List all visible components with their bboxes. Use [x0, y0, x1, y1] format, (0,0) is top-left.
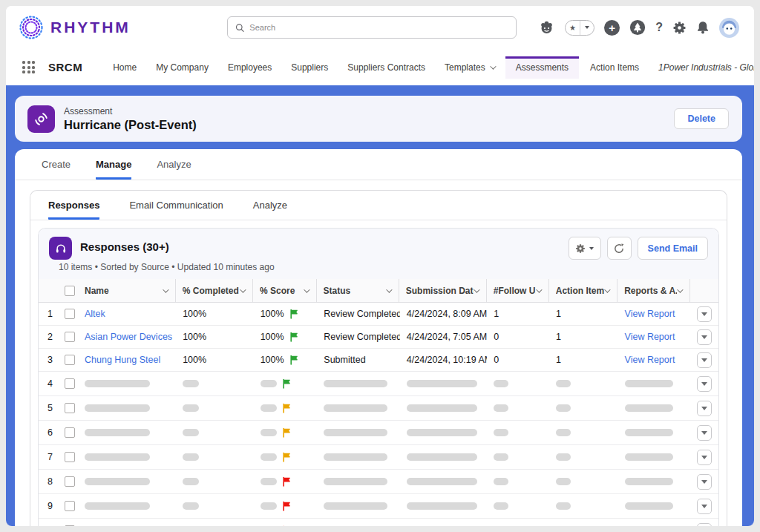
row-checkbox[interactable] — [65, 501, 75, 511]
einstein-icon[interactable] — [538, 19, 555, 36]
table-row: 2 Asian Power Devices 100% 100% Review C… — [39, 326, 718, 349]
setup-gear-icon[interactable] — [672, 21, 687, 35]
supplier-link[interactable]: Asian Power Devices — [85, 332, 172, 342]
row-actions-button[interactable] — [697, 474, 712, 490]
cell-completed — [176, 380, 254, 387]
caret-down-icon — [701, 407, 707, 410]
row-actions-button[interactable] — [697, 306, 712, 322]
cell-submission-date — [400, 453, 487, 461]
supplier-link[interactable]: Chung Hung Steel — [85, 355, 160, 365]
row-actions-button[interactable] — [697, 376, 712, 392]
nav-item-suppliers-contracts[interactable]: Suppliers Contracts — [347, 56, 425, 79]
row-actions-button[interactable] — [697, 401, 712, 416]
user-avatar[interactable] — [719, 18, 739, 38]
column-header-submission-date[interactable]: Submission Date — [399, 279, 487, 302]
row-checkbox[interactable] — [65, 525, 75, 526]
row-actions-button[interactable] — [697, 450, 712, 465]
caret-down-icon — [701, 431, 707, 435]
row-actions-button[interactable] — [697, 329, 712, 345]
table-header-row: Name % Completed % Score Status Submissi… — [39, 279, 718, 303]
help-icon[interactable]: ? — [655, 21, 663, 34]
favorite-star-icon[interactable]: ★ — [566, 21, 580, 35]
cell-report — [618, 453, 691, 461]
select-all-checkbox[interactable] — [65, 286, 75, 296]
search-input[interactable] — [249, 23, 508, 32]
row-checkbox[interactable] — [65, 427, 75, 438]
responses-headset-icon — [49, 237, 72, 260]
global-header: RHYTHM ★ — [6, 6, 754, 49]
cell-action-item — [549, 502, 618, 510]
cell-completed — [176, 404, 254, 412]
column-header-reports[interactable]: Reports & A... — [618, 279, 690, 302]
favorites-control[interactable]: ★ — [565, 20, 594, 36]
score-flag-icon — [281, 427, 292, 438]
tab-create[interactable]: Create — [42, 159, 71, 180]
cell-score — [254, 501, 318, 511]
cell-row-actions — [690, 474, 718, 490]
cell-action-item — [549, 380, 618, 387]
nav-item-home[interactable]: Home — [113, 56, 137, 79]
row-actions-button[interactable] — [697, 425, 712, 441]
row-actions-button[interactable] — [697, 523, 712, 527]
nav-item-suppliers[interactable]: Suppliers — [291, 56, 328, 79]
supplier-link[interactable]: Altek — [85, 309, 105, 319]
subtab-responses[interactable]: Responses — [48, 200, 99, 220]
view-report-link[interactable]: View Report — [625, 309, 675, 319]
row-checkbox[interactable] — [65, 378, 75, 389]
column-header-score[interactable]: % Score — [253, 279, 316, 302]
subtab-email-communication[interactable]: Email Communication — [129, 200, 223, 220]
nav-item-my-company[interactable]: My Company — [156, 56, 209, 79]
skeleton-bar — [494, 404, 508, 412]
record-banner: Assessment Hurricane (Post-Event) Delete — [15, 96, 742, 142]
table-row: 1 Altek 100% 100% Review Completed 4/24/… — [39, 303, 718, 326]
global-search[interactable] — [227, 16, 517, 39]
column-header-status[interactable]: Status — [317, 279, 399, 302]
column-header-action-item[interactable]: Action Item — [549, 279, 618, 302]
list-settings-button[interactable] — [569, 237, 601, 260]
score-flag-icon — [281, 378, 292, 389]
send-email-button[interactable]: Send Email — [638, 237, 708, 260]
row-checkbox[interactable] — [65, 355, 75, 365]
nav-item-action-items[interactable]: Action Items — [590, 56, 639, 79]
skeleton-bar — [494, 478, 508, 485]
cell-action-item — [549, 429, 618, 436]
column-header-name[interactable]: Name — [39, 279, 176, 302]
row-checkbox[interactable] — [65, 403, 75, 413]
skeleton-bar — [494, 453, 508, 461]
refresh-button[interactable] — [607, 237, 632, 260]
view-report-link[interactable]: View Report — [625, 332, 675, 342]
subtab-analyze[interactable]: Analyze — [253, 200, 287, 220]
view-report-link[interactable]: View Report — [625, 355, 675, 365]
cell-follow-ups — [487, 429, 549, 436]
row-checkbox[interactable] — [65, 476, 75, 487]
guidance-center-icon[interactable] — [629, 19, 646, 36]
nav-item-record[interactable]: 1Power Industrials - Globa... — [658, 56, 754, 79]
tab-manage[interactable]: Manage — [96, 159, 131, 180]
cell-row-actions — [690, 352, 718, 368]
tab-analyze[interactable]: Analyze — [157, 159, 191, 180]
rhythm-logo[interactable]: RHYTHM — [18, 14, 131, 41]
app-launcher-icon[interactable] — [22, 61, 35, 73]
favorites-dropdown-icon[interactable] — [580, 21, 594, 35]
cell-follow-ups — [487, 380, 549, 387]
row-actions-button[interactable] — [697, 352, 712, 368]
cell-name: 5 — [39, 403, 176, 413]
global-add-icon[interactable]: + — [604, 20, 620, 36]
skeleton-bar — [556, 478, 571, 485]
cell-report: View Report — [618, 355, 691, 365]
row-checkbox[interactable] — [65, 452, 75, 462]
nav-item-employees[interactable]: Employees — [228, 56, 272, 79]
cell-report — [618, 380, 691, 387]
delete-button[interactable]: Delete — [674, 108, 729, 129]
score-flag-icon — [289, 332, 299, 342]
cell-follow-ups — [487, 478, 549, 485]
row-actions-button[interactable] — [697, 499, 712, 514]
column-header-completed[interactable]: % Completed — [176, 279, 253, 302]
notifications-bell-icon[interactable] — [696, 21, 710, 34]
column-header-follow-ups[interactable]: #Follow U... — [487, 279, 549, 302]
cell-name: 9 — [39, 501, 176, 511]
row-checkbox[interactable] — [65, 332, 75, 342]
nav-item-assessments[interactable]: Assessments — [505, 56, 579, 79]
nav-item-templates[interactable]: Templates — [445, 56, 494, 79]
row-checkbox[interactable] — [65, 309, 75, 319]
